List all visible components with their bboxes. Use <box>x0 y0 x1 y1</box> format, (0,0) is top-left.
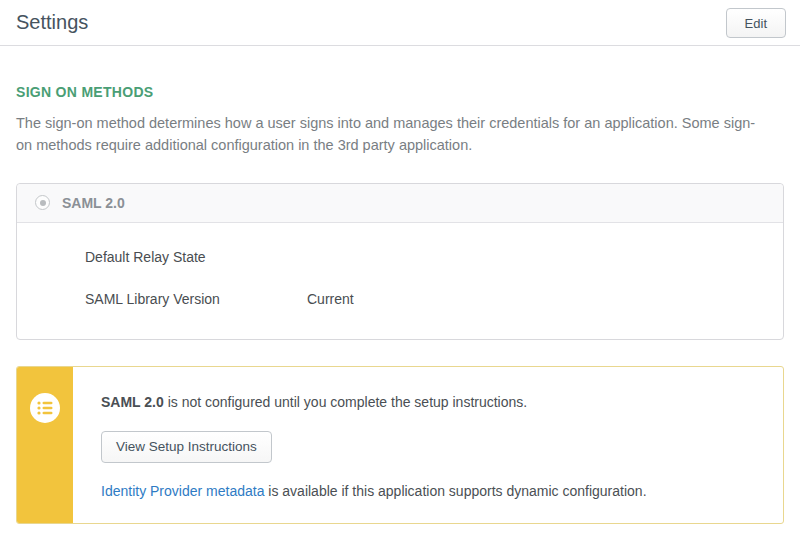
callout-yellow-stripe <box>17 367 73 523</box>
callout-message-bold: SAML 2.0 <box>101 394 164 410</box>
saml-radio-button[interactable] <box>35 195 50 210</box>
field-label: Default Relay State <box>85 249 307 265</box>
saml-panel-header: SAML 2.0 <box>17 184 783 223</box>
sign-on-methods-heading: SIGN ON METHODS <box>16 84 784 100</box>
saml-panel-title: SAML 2.0 <box>62 195 125 211</box>
radio-selected-dot <box>40 200 46 206</box>
callout-body: SAML 2.0 is not configured until you com… <box>73 367 783 523</box>
setup-warning-callout: SAML 2.0 is not configured until you com… <box>16 366 784 524</box>
main-content: SIGN ON METHODS The sign-on method deter… <box>0 84 800 524</box>
page-header: Settings Edit <box>0 0 800 46</box>
saml-panel: SAML 2.0 Default Relay State SAML Librar… <box>16 183 784 340</box>
metadata-line: Identity Provider metadata is available … <box>101 483 759 499</box>
callout-message: SAML 2.0 is not configured until you com… <box>101 393 759 413</box>
sign-on-methods-description: The sign-on method determines how a user… <box>16 112 771 157</box>
metadata-line-rest: is available if this application support… <box>264 483 646 499</box>
field-row-saml-library-version: SAML Library Version Current <box>85 291 765 307</box>
callout-message-rest: is not configured until you complete the… <box>164 394 527 410</box>
field-row-default-relay-state: Default Relay State <box>85 249 765 265</box>
saml-panel-body: Default Relay State SAML Library Version… <box>17 223 783 339</box>
setup-instructions-list-icon <box>30 393 60 423</box>
field-value: Current <box>307 291 354 307</box>
view-setup-instructions-button[interactable]: View Setup Instructions <box>101 431 272 463</box>
page-title: Settings <box>16 11 88 34</box>
edit-button[interactable]: Edit <box>726 8 786 38</box>
field-label: SAML Library Version <box>85 291 307 307</box>
identity-provider-metadata-link[interactable]: Identity Provider metadata <box>101 483 264 499</box>
